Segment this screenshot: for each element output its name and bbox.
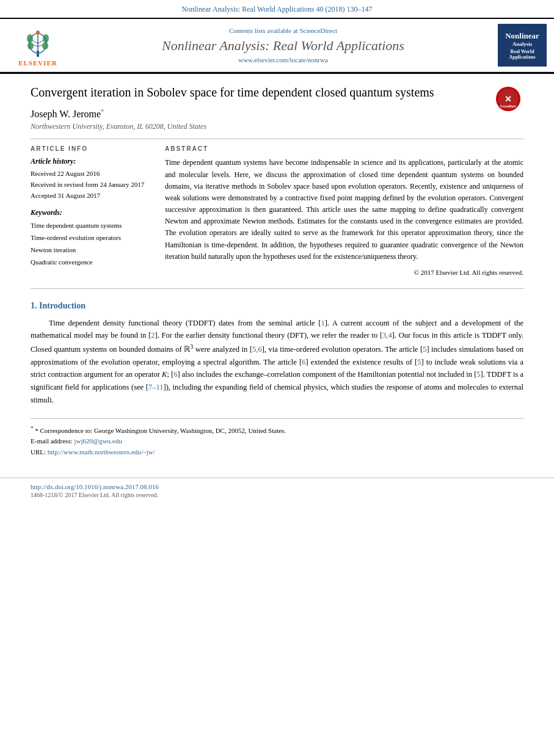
abstract-text: Time dependent quantum systems have beco… [165,157,523,278]
svg-point-7 [36,31,40,34]
article-history-heading: Article history: [31,157,153,166]
introduction-body: Time dependent density functional theory… [31,317,523,407]
doi-link[interactable]: http://dx.doi.org/10.1016/j.nonrwa.2017.… [31,483,523,490]
author-name-text: Joseph W. Jerome [31,109,101,119]
svg-point-11 [42,42,48,49]
footnote-area: * * Correspondence to: George Washington… [31,418,523,457]
keywords-heading: Keywords: [31,208,153,217]
intro-title-text: Introduction [39,301,86,310]
logo-right-line1: Nonlinear [505,31,539,41]
journal-header: ELSEVIER Contents lists available at Sci… [0,18,554,72]
ref-5-6[interactable]: 5,6 [252,345,262,354]
article-title-text: Convergent iteration in Sobolev space fo… [31,85,434,99]
author-name: Joseph W. Jerome* [31,108,523,120]
contents-text: Contents lists available at [229,27,298,34]
divider-1 [31,139,523,139]
science-direct-link[interactable]: ScienceDirect [299,27,337,34]
abstract-copyright: © 2017 Elsevier Ltd. All rights reserved… [165,267,523,278]
footnote-email-line: E-mail address: jwj620@gwu.edu [31,436,523,447]
ref-6b[interactable]: 6 [173,370,177,379]
journal-title: Nonlinear Analysis: Real World Applicati… [75,38,492,54]
ref-3-4[interactable]: 3,4 [382,331,392,340]
elsevier-brand-text: ELSEVIER [18,59,57,67]
article-history: Article history: Received 22 August 2016… [31,157,153,201]
footnote-email[interactable]: jwj620@gwu.edu [74,437,122,445]
article-info-abstract: ARTICLE INFO Article history: Received 2… [31,145,523,278]
issn-copyright: 1468-1218/© 2017 Elsevier Ltd. All right… [31,492,523,498]
article-keywords: Keywords: Time dependent quantum systems… [31,208,153,268]
abstract-body: Time dependent quantum systems have beco… [165,158,523,261]
article-received-revised: Received in revised form 24 January 2017 [31,180,153,191]
keyword-2: Time-ordered evolution operators [31,232,153,244]
svg-rect-0 [37,51,39,57]
svg-text:×: × [505,93,512,105]
footnote-correspondence: * Correspondence to: George Washington U… [35,427,286,434]
logo-right-line2: Analysis [512,41,533,47]
keyword-3: Newton iteration [31,244,153,256]
intro-number: 1. [31,301,37,310]
ref-5b[interactable]: 5 [417,358,421,366]
email-label: E-mail address: [31,437,73,445]
journal-citation-link[interactable]: Nonlinear Analysis: Real World Applicati… [182,5,373,13]
ref-7-11[interactable]: 7–11 [148,383,164,391]
svg-point-9 [43,34,49,43]
svg-point-8 [27,34,33,43]
abstract-column: ABSTRACT Time dependent quantum systems … [165,145,523,278]
footnote-star-marker: * [31,425,34,431]
author-sup: * [101,108,104,115]
crossmark-badge[interactable]: × CrossMark [493,84,523,114]
crossmark-icon: × CrossMark [496,87,520,111]
keyword-4: Quadratic convergence [31,256,153,269]
svg-text:CrossMark: CrossMark [500,104,516,108]
article-info-column: ARTICLE INFO Article history: Received 2… [31,145,153,278]
article-info-label: ARTICLE INFO [31,145,153,152]
article-accepted: Accepted 31 August 2017 [31,191,153,202]
journal-center-area: Contents lists available at ScienceDirec… [75,27,492,64]
ref-1[interactable]: 1 [321,319,324,327]
keyword-1: Time dependent quantum systems [31,220,153,232]
footnote-url-line: URL: http://www.math.northwestern.edu/~j… [31,447,523,458]
journal-url[interactable]: www.elsevier.com/locate/nonrwa [75,56,492,64]
main-content: Convergent iteration in Sobolev space fo… [0,74,554,470]
journal-citation: Nonlinear Analysis: Real World Applicati… [0,0,554,18]
article-received: Received 22 August 2016 [31,169,153,180]
introduction-title: 1. Introduction [31,301,523,311]
intro-paragraph-1: Time dependent density functional theory… [31,317,523,407]
keywords-list: Time dependent quantum systems Time-orde… [31,220,153,268]
ref-2[interactable]: 2 [151,331,155,340]
svg-point-10 [27,42,34,49]
journal-logo-right: Nonlinear Analysis Real WorldApplication… [498,24,547,67]
science-direct-notice: Contents lists available at ScienceDirec… [75,27,492,34]
divider-2 [31,288,523,289]
affiliation: Northwestern University, Evanston, IL 60… [31,122,523,131]
logo-right-subtitle: Real WorldApplications [509,49,535,60]
article-title-container: Convergent iteration in Sobolev space fo… [31,84,523,101]
footnote-star: * * Correspondence to: George Washington… [31,424,523,436]
elsevier-logo: ELSEVIER [7,24,68,67]
introduction-section: 1. Introduction Time dependent density f… [31,301,523,407]
footnote-url[interactable]: http://www.math.northwestern.edu/~jw/ [48,448,155,456]
abstract-label: ABSTRACT [165,145,523,152]
ref-5c[interactable]: 5 [476,370,480,379]
bottom-bar: http://dx.doi.org/10.1016/j.nonrwa.2017.… [0,478,554,503]
url-label: URL: [31,448,46,456]
ref-5a[interactable]: 5 [423,345,426,354]
elsevier-tree-icon [18,26,58,58]
ref-6a[interactable]: 6 [302,358,305,366]
